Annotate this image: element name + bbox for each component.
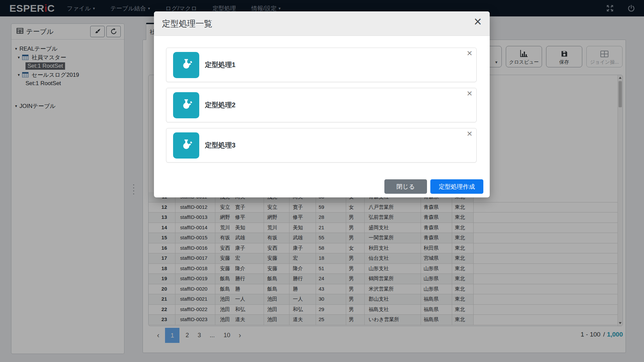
routine-process-label: 定型処理3 (205, 141, 235, 150)
routine-process-card-2[interactable]: 定型処理2× (166, 88, 477, 122)
routine-process-list: 定型処理1×定型処理2×定型処理3× (154, 36, 490, 163)
routine-process-label: 定型処理1 (205, 60, 235, 69)
dialog-close-icon[interactable]: × (474, 15, 482, 28)
dialog-footer: 閉じる 定型処理作成 (384, 179, 483, 194)
card-close-icon[interactable]: × (467, 49, 472, 58)
routine-process-dialog: 定型処理一覧 × 定型処理1×定型処理2×定型処理3× 閉じる 定型処理作成 (154, 11, 490, 197)
routine-process-card-1[interactable]: 定型処理1× (166, 48, 477, 82)
flask-icon (173, 132, 199, 159)
routine-process-label: 定型処理2 (205, 101, 235, 110)
dialog-header: 定型処理一覧 × (154, 11, 490, 36)
create-routine-process-button[interactable]: 定型処理作成 (430, 179, 483, 194)
app-window: ESPERiC ファイル▾テーブル結合▾ログ/マクロ定型処理情報/設定▾ テーブ… (0, 0, 644, 362)
card-close-icon[interactable]: × (467, 129, 472, 138)
flask-icon (173, 92, 199, 118)
close-button[interactable]: 閉じる (384, 179, 427, 194)
dialog-title: 定型処理一覧 (162, 18, 212, 29)
flask-icon (173, 52, 199, 78)
card-close-icon[interactable]: × (467, 89, 472, 98)
routine-process-card-3[interactable]: 定型処理3× (166, 128, 477, 163)
